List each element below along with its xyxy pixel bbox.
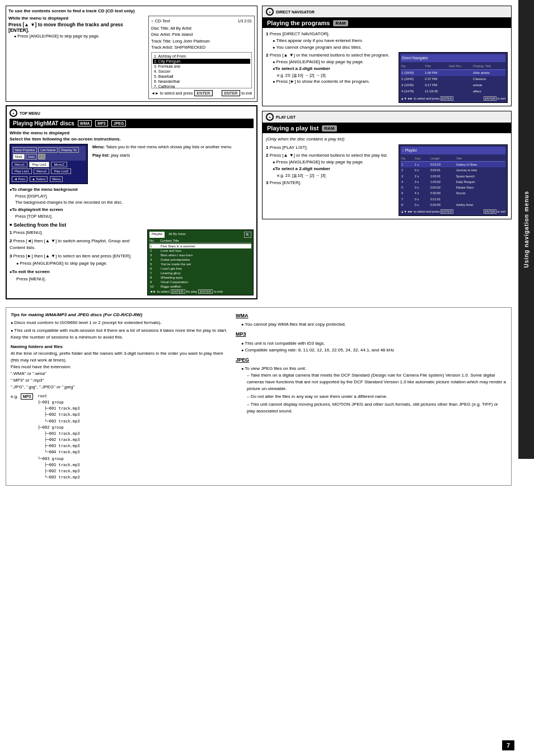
table-row[interactable]: 4 0 s 1:00:02 Daily Penguin <box>401 179 505 185</box>
playlist-display: ○ Playlist No. Gap Length Title <box>399 144 508 216</box>
prog-step1-text: Press [DIRECT NAVIGATOR]. <box>270 31 330 36</box>
wma-heading: WMA <box>236 312 507 320</box>
table-row[interactable]: 7 0 s 0:21:01 <box>401 196 505 202</box>
table-row[interactable]: 3 (1645) 3:17 PM artiste <box>401 82 505 88</box>
list-item[interactable]: 1Five Stars in a summer <box>149 244 251 248</box>
tree-002-file2: ├─002 track.mp3 <box>44 437 79 443</box>
top-columns: To use the contents screen to find a tra… <box>6 6 512 303</box>
menu-label-desc: Menu: Takes you to the next menu which s… <box>92 144 254 151</box>
menu-tab[interactable]: Auto <box>26 154 37 159</box>
menu-item-playlist1[interactable]: Play List1 <box>29 162 49 167</box>
list-item[interactable]: 2Love and loss <box>149 248 251 253</box>
naming-title: Naming folders and files <box>11 344 229 350</box>
list-item[interactable]: 3Best when I was born <box>149 253 251 257</box>
list-item[interactable]: 10Riggs wallfish <box>149 284 251 289</box>
list-item[interactable]: 5You've made the set <box>149 262 251 266</box>
prog-step2-content: 2 Press [▲ ▼] or the numbered buttons to… <box>266 52 395 85</box>
list-tab-allbyartist[interactable]: All By Artist <box>166 232 188 238</box>
list-item[interactable]: 1. Ashtray of From <box>153 54 250 59</box>
highmat-section: ● TOP MENU Playing HighMAT discs WMA MP3… <box>6 105 257 299</box>
table-row[interactable]: 6 4 s 0:30:00 Soccer <box>401 190 505 196</box>
menu-tab[interactable]: List Name <box>38 147 58 153</box>
jpeg-heading: JPEG <box>236 356 507 364</box>
playlist-section: ● PLAY LIST Playing a play list RAM (Onl… <box>262 111 512 219</box>
pl-exit-button[interactable]: ENTER <box>484 209 496 214</box>
menu-tab[interactable]: ... <box>38 154 45 159</box>
menu-tab[interactable]: Display To <box>59 147 79 153</box>
playlist-desc-text: play starts <box>111 153 130 158</box>
menu-label: Menu: <box>92 144 105 149</box>
table-row[interactable]: 2 (1842) 2:37 PM Classica <box>401 76 505 82</box>
list-item[interactable]: 9Vocal Cooperation <box>149 280 251 284</box>
list-footer: ◄► to select ENTER for play ENTER to exi… <box>149 290 251 293</box>
play-list-circle-icon: ● <box>266 113 274 121</box>
tree-001-files: ├─001 track.mp3 ├─002 track.mp3 └─003 tr… <box>44 406 79 425</box>
cd-disc-artist: Disc Artist: Pink Island <box>151 31 252 37</box>
enter-exit-button2[interactable]: ENTER <box>198 289 213 294</box>
menu-tab[interactable]: New Practice <box>13 147 37 153</box>
sidebar-label: Using navigation menus <box>523 191 530 268</box>
cd-text-header: ○ CD-Text 1/3 2:01 <box>151 18 252 24</box>
prev-button[interactable]: ◄ Prev <box>12 176 27 182</box>
nav-exit-button[interactable]: ENTER <box>484 96 496 101</box>
enter-button-cd[interactable]: ENTER <box>194 90 213 96</box>
top-menu-circle-icon: ● <box>10 109 17 117</box>
cd-track-list[interactable]: 1. Ashtray of From 2. City Penguin 3. Fo… <box>151 52 252 88</box>
list-item[interactable]: 4Guitar prerequisites <box>149 257 251 262</box>
menu-item-menu2[interactable]: Menu2 <box>51 162 67 167</box>
cd-instructions: While the menu is displayed Press [▲ ▼] … <box>8 16 144 99</box>
list-item[interactable]: 8Wheeling eyes <box>149 275 251 280</box>
top-menu-label: TOP MENU <box>20 111 40 115</box>
select-button[interactable]: ▲ Select <box>30 176 48 182</box>
list-item[interactable]: 3. Formula one <box>153 64 250 69</box>
cd-content: While the menu is displayed Press [▲ ▼] … <box>8 16 255 99</box>
tips-right: WMA ● You cannot play WMA files that are… <box>236 312 507 481</box>
table-row[interactable]: 1 1 s 5:02:03 Galaxy of Stars <box>401 162 505 168</box>
playlist-title: Playing a play list <box>267 125 318 132</box>
enter-exit-button[interactable]: ENTER <box>222 90 241 96</box>
pl-bullet-angle: ● Press [ANGLE/PAGE] to skip page by pag… <box>273 159 394 166</box>
list-item[interactable]: 7. California <box>153 84 250 88</box>
cd-text-label: ○ CD-Text <box>151 18 170 24</box>
pl-enter-button[interactable]: ENTER <box>441 209 453 214</box>
table-row[interactable]: 2 0 s 5:00:01 Journey to time <box>401 167 505 173</box>
table-row[interactable]: 4 (1479) 11:18:30 albus <box>401 88 505 95</box>
prog-angle-text: Press [ANGLE/PAGE] to skip page by page. <box>276 59 363 64</box>
menu-item-playlist1b[interactable]: Play List1 <box>12 168 32 174</box>
menu-item-playlist2[interactable]: Play List2 <box>51 168 71 174</box>
menu-tab-multi[interactable]: Multi <box>13 154 25 159</box>
list-item[interactable]: 7Leaving glory <box>149 271 251 275</box>
menu-item-menu2b[interactable]: Menu2 <box>34 168 49 174</box>
jpeg-badge: JPEG <box>111 120 127 126</box>
prog-show-text: Press [►] to show the contents of the pr… <box>276 79 369 84</box>
tree-003-files: ├─001 track.mp3 ├─002 track.mp3 └─003 tr… <box>44 462 79 481</box>
programs-title: Playing the programs <box>267 20 330 26</box>
playlist-footer-text: ▲▼◄► to select and press ENTER <box>401 209 453 214</box>
list-item[interactable]: 6. Neanderthal <box>153 79 250 84</box>
list-item[interactable]: 5. Baseball <box>153 74 250 79</box>
mp3-bullet1: ● This unit is not compatible with ID3 t… <box>241 340 507 347</box>
list-item[interactable]: 6I can't get free <box>149 266 251 271</box>
programs-section: ● DIRECT NAVIGATOR Playing the programs … <box>262 6 512 106</box>
step3-row: 3 Press [►] then [▲ ▼] to select an item… <box>10 253 143 260</box>
page-number: 7 <box>502 740 514 750</box>
table-row[interactable]: 8 0 s 0:20:00 Ashley Artist <box>401 202 505 208</box>
menu-item-menu1[interactable]: Menu1 <box>12 162 27 167</box>
list-search-icon[interactable]: 🔍 <box>244 232 251 238</box>
menu-button[interactable]: Menu <box>50 176 63 182</box>
nav-enter-button[interactable]: ENTER <box>441 96 453 101</box>
list-item[interactable]: 2. City Penguin <box>153 59 250 64</box>
table-row[interactable]: 5 0 s 0:00:02 Distant Stars <box>401 185 505 190</box>
highmat-menu-screen: New Practice List Name Display To Multi … <box>10 144 88 184</box>
tree-root: root <box>38 393 79 400</box>
highmat-title: Playing HighMAT discs <box>13 120 74 126</box>
list-item[interactable]: 4. Soccer <box>153 69 250 74</box>
enter-play-button[interactable]: ENTER <box>171 289 185 294</box>
highmat-header: ● TOP MENU <box>10 109 254 117</box>
tips-bullet1: ● Discs must conform to ISO9660 level 1 … <box>11 320 229 326</box>
table-row[interactable]: 3 2 s 2:00:01 Space launch <box>401 173 505 179</box>
table-row[interactable]: 1 (1843) 1:06 PM Aldo artists <box>401 69 505 76</box>
list-tab-playlist[interactable]: Playlist <box>149 232 165 238</box>
exit-text: Press [MENU]. <box>16 276 143 283</box>
prog-bullet-angle: ● Press [ANGLE/PAGE] to skip page by pag… <box>273 59 395 65</box>
